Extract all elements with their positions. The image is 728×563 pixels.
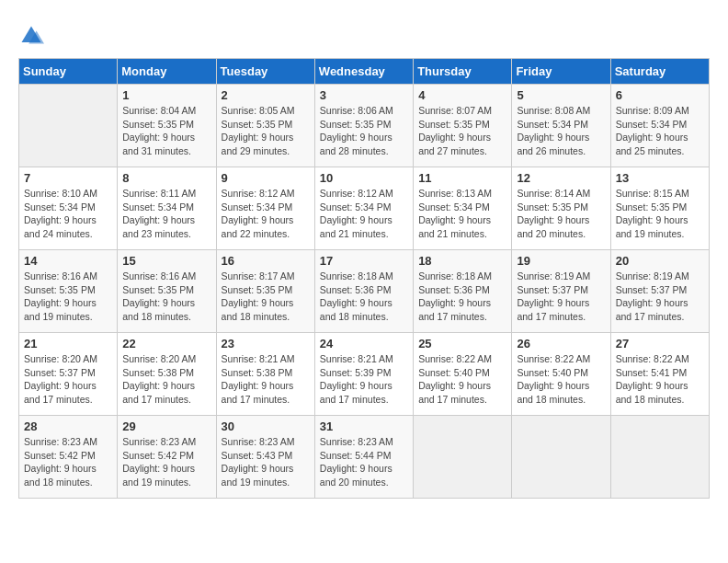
day-info: Sunrise: 8:18 AMSunset: 5:36 PMDaylight:… xyxy=(418,270,506,324)
day-info: Sunrise: 8:21 AMSunset: 5:38 PMDaylight:… xyxy=(222,352,310,407)
calendar-day-cell: 8Sunrise: 8:11 AMSunset: 5:34 PMDaylight… xyxy=(118,167,216,250)
day-number: 16 xyxy=(222,254,310,268)
calendar-day-cell: 25Sunrise: 8:22 AMSunset: 5:40 PMDayligh… xyxy=(414,333,512,416)
calendar-day-cell xyxy=(610,416,709,499)
day-number: 20 xyxy=(616,254,704,268)
calendar-day-cell: 31Sunrise: 8:23 AMSunset: 5:44 PMDayligh… xyxy=(314,416,413,499)
day-info: Sunrise: 8:23 AMSunset: 5:42 PMDaylight:… xyxy=(24,435,112,489)
calendar-week-row: 1Sunrise: 8:04 AMSunset: 5:35 PMDaylight… xyxy=(19,85,710,167)
day-info: Sunrise: 8:22 AMSunset: 5:41 PMDaylight:… xyxy=(616,352,704,407)
calendar-day-cell: 6Sunrise: 8:09 AMSunset: 5:34 PMDaylight… xyxy=(610,85,709,167)
day-info: Sunrise: 8:15 AMSunset: 5:35 PMDaylight:… xyxy=(616,187,704,241)
calendar-week-row: 28Sunrise: 8:23 AMSunset: 5:42 PMDayligh… xyxy=(19,416,710,499)
day-info: Sunrise: 8:08 AMSunset: 5:34 PMDaylight:… xyxy=(517,104,605,158)
day-info: Sunrise: 8:12 AMSunset: 5:34 PMDaylight:… xyxy=(222,187,310,241)
calendar-day-cell: 15Sunrise: 8:16 AMSunset: 5:35 PMDayligh… xyxy=(118,250,216,333)
day-info: Sunrise: 8:05 AMSunset: 5:35 PMDaylight:… xyxy=(222,104,310,158)
calendar-day-cell: 14Sunrise: 8:16 AMSunset: 5:35 PMDayligh… xyxy=(19,250,118,333)
day-of-week-header: Saturday xyxy=(610,59,709,85)
calendar-day-cell: 30Sunrise: 8:23 AMSunset: 5:43 PMDayligh… xyxy=(216,416,314,499)
calendar-day-cell: 28Sunrise: 8:23 AMSunset: 5:42 PMDayligh… xyxy=(19,416,118,499)
day-number: 6 xyxy=(616,88,704,102)
logo-icon xyxy=(18,23,44,49)
calendar-day-cell: 22Sunrise: 8:20 AMSunset: 5:38 PMDayligh… xyxy=(118,333,216,416)
day-info: Sunrise: 8:16 AMSunset: 5:35 PMDaylight:… xyxy=(122,270,210,324)
day-of-week-header: Thursday xyxy=(414,59,512,85)
day-info: Sunrise: 8:20 AMSunset: 5:38 PMDaylight:… xyxy=(122,352,210,407)
day-number: 30 xyxy=(222,419,310,433)
day-number: 26 xyxy=(517,337,605,350)
day-info: Sunrise: 8:22 AMSunset: 5:40 PMDaylight:… xyxy=(517,352,605,407)
day-number: 1 xyxy=(122,88,210,102)
calendar-day-cell: 1Sunrise: 8:04 AMSunset: 5:35 PMDaylight… xyxy=(118,85,216,167)
day-info: Sunrise: 8:14 AMSunset: 5:35 PMDaylight:… xyxy=(517,187,605,241)
day-number: 14 xyxy=(24,254,112,268)
calendar-day-cell: 17Sunrise: 8:18 AMSunset: 5:36 PMDayligh… xyxy=(314,250,413,333)
calendar-week-row: 7Sunrise: 8:10 AMSunset: 5:34 PMDaylight… xyxy=(19,167,710,250)
calendar-day-cell: 4Sunrise: 8:07 AMSunset: 5:35 PMDaylight… xyxy=(414,85,512,167)
day-number: 28 xyxy=(24,419,112,433)
calendar-week-row: 14Sunrise: 8:16 AMSunset: 5:35 PMDayligh… xyxy=(19,250,710,333)
day-of-week-header: Wednesday xyxy=(314,59,413,85)
calendar-day-cell: 13Sunrise: 8:15 AMSunset: 5:35 PMDayligh… xyxy=(610,167,709,250)
calendar-day-cell: 21Sunrise: 8:20 AMSunset: 5:37 PMDayligh… xyxy=(19,333,118,416)
day-info: Sunrise: 8:11 AMSunset: 5:34 PMDaylight:… xyxy=(122,187,210,241)
days-of-week-header: SundayMondayTuesdayWednesdayThursdayFrid… xyxy=(19,59,710,85)
logo xyxy=(18,23,48,49)
day-info: Sunrise: 8:23 AMSunset: 5:44 PMDaylight:… xyxy=(320,435,408,489)
calendar-day-cell xyxy=(19,85,118,167)
day-info: Sunrise: 8:20 AMSunset: 5:37 PMDaylight:… xyxy=(24,352,112,407)
day-number: 25 xyxy=(418,337,506,350)
calendar-day-cell: 27Sunrise: 8:22 AMSunset: 5:41 PMDayligh… xyxy=(610,333,709,416)
day-of-week-header: Tuesday xyxy=(216,59,314,85)
calendar-table: SundayMondayTuesdayWednesdayThursdayFrid… xyxy=(18,58,710,499)
calendar-day-cell: 23Sunrise: 8:21 AMSunset: 5:38 PMDayligh… xyxy=(216,333,314,416)
day-info: Sunrise: 8:22 AMSunset: 5:40 PMDaylight:… xyxy=(418,352,506,407)
calendar-day-cell: 24Sunrise: 8:21 AMSunset: 5:39 PMDayligh… xyxy=(314,333,413,416)
day-number: 8 xyxy=(122,171,210,185)
day-number: 2 xyxy=(222,88,310,102)
calendar-day-cell: 9Sunrise: 8:12 AMSunset: 5:34 PMDaylight… xyxy=(216,167,314,250)
day-number: 29 xyxy=(122,419,210,433)
day-info: Sunrise: 8:12 AMSunset: 5:34 PMDaylight:… xyxy=(320,187,408,241)
day-number: 23 xyxy=(222,337,310,350)
day-of-week-header: Sunday xyxy=(19,59,118,85)
day-number: 12 xyxy=(517,171,605,185)
day-number: 5 xyxy=(517,88,605,102)
calendar-day-cell: 29Sunrise: 8:23 AMSunset: 5:42 PMDayligh… xyxy=(118,416,216,499)
calendar-day-cell: 10Sunrise: 8:12 AMSunset: 5:34 PMDayligh… xyxy=(314,167,413,250)
day-number: 15 xyxy=(122,254,210,268)
day-number: 22 xyxy=(122,337,210,350)
day-info: Sunrise: 8:18 AMSunset: 5:36 PMDaylight:… xyxy=(320,270,408,324)
day-number: 10 xyxy=(320,171,408,185)
calendar-day-cell: 16Sunrise: 8:17 AMSunset: 5:35 PMDayligh… xyxy=(216,250,314,333)
day-of-week-header: Monday xyxy=(118,59,216,85)
calendar-body: 1Sunrise: 8:04 AMSunset: 5:35 PMDaylight… xyxy=(19,85,710,499)
calendar-day-cell: 7Sunrise: 8:10 AMSunset: 5:34 PMDaylight… xyxy=(19,167,118,250)
day-number: 24 xyxy=(320,337,408,350)
day-info: Sunrise: 8:10 AMSunset: 5:34 PMDaylight:… xyxy=(24,187,112,241)
day-number: 31 xyxy=(320,419,408,433)
day-info: Sunrise: 8:21 AMSunset: 5:39 PMDaylight:… xyxy=(320,352,408,407)
calendar-week-row: 21Sunrise: 8:20 AMSunset: 5:37 PMDayligh… xyxy=(19,333,710,416)
day-info: Sunrise: 8:07 AMSunset: 5:35 PMDaylight:… xyxy=(418,104,506,158)
calendar-day-cell: 12Sunrise: 8:14 AMSunset: 5:35 PMDayligh… xyxy=(512,167,610,250)
calendar-day-cell: 19Sunrise: 8:19 AMSunset: 5:37 PMDayligh… xyxy=(512,250,610,333)
day-number: 18 xyxy=(418,254,506,268)
day-info: Sunrise: 8:06 AMSunset: 5:35 PMDaylight:… xyxy=(320,104,408,158)
day-info: Sunrise: 8:13 AMSunset: 5:34 PMDaylight:… xyxy=(418,187,506,241)
calendar-day-cell: 26Sunrise: 8:22 AMSunset: 5:40 PMDayligh… xyxy=(512,333,610,416)
day-number: 7 xyxy=(24,171,112,185)
page-header xyxy=(18,18,710,49)
calendar-day-cell: 5Sunrise: 8:08 AMSunset: 5:34 PMDaylight… xyxy=(512,85,610,167)
calendar-day-cell: 3Sunrise: 8:06 AMSunset: 5:35 PMDaylight… xyxy=(314,85,413,167)
day-info: Sunrise: 8:23 AMSunset: 5:43 PMDaylight:… xyxy=(222,435,310,489)
day-number: 13 xyxy=(616,171,704,185)
day-info: Sunrise: 8:16 AMSunset: 5:35 PMDaylight:… xyxy=(24,270,112,324)
day-number: 9 xyxy=(222,171,310,185)
day-info: Sunrise: 8:09 AMSunset: 5:34 PMDaylight:… xyxy=(616,104,704,158)
day-number: 3 xyxy=(320,88,408,102)
day-number: 4 xyxy=(418,88,506,102)
day-number: 17 xyxy=(320,254,408,268)
day-number: 19 xyxy=(517,254,605,268)
